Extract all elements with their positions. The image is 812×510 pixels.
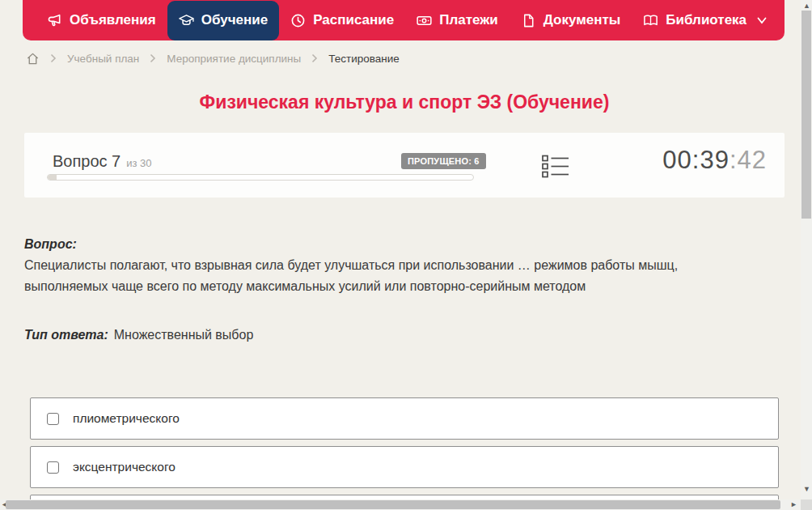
answer-type-label: Тип ответа: (24, 328, 108, 342)
answer-option[interactable]: эксцентрического (30, 446, 779, 488)
nav-item-schedule[interactable]: Расписание (279, 0, 405, 40)
nav-item-announcements[interactable]: Объявления (36, 0, 167, 40)
payment-icon (417, 13, 432, 28)
nav-label: Обучение (201, 12, 268, 28)
graduation-cap-icon (179, 13, 194, 28)
breadcrumb-item-testing: Тестирование (328, 53, 400, 65)
question-bar: Вопрос 7из 30 ПРОПУЩЕНО: 6 00:39:42 (24, 133, 785, 198)
answer-options: плиометрического эксцентрического (30, 397, 779, 510)
chevron-down-icon (757, 17, 767, 24)
document-icon (521, 13, 536, 28)
main-navbar: Объявления Обучение Расписание Платежи Д… (23, 0, 785, 40)
nav-label: Документы (543, 12, 621, 28)
checkbox[interactable] (47, 461, 59, 474)
nav-item-payments[interactable]: Платежи (405, 0, 510, 40)
timer: 00:39:42 (662, 146, 767, 175)
scroll-right-icon[interactable]: ► (790, 501, 797, 508)
skipped-badge: ПРОПУЩЕНО: 6 (401, 153, 486, 169)
home-icon[interactable] (26, 52, 40, 66)
answer-type-row: Тип ответа:Множественный выбор (24, 325, 253, 346)
horizontal-scrollbar[interactable]: ◄ ► (0, 499, 801, 510)
nav-label: Расписание (313, 12, 394, 28)
question-text: Специалисты полагают, что взрывная сила … (24, 255, 762, 297)
question-list-icon[interactable] (542, 155, 569, 178)
progress-bar (47, 174, 474, 181)
nav-item-learning[interactable]: Обучение (167, 1, 279, 40)
scroll-down-icon[interactable]: ▼ (803, 486, 810, 493)
megaphone-icon (47, 13, 62, 28)
chevron-right-icon (311, 53, 318, 63)
horizontal-scroll-thumb[interactable] (6, 500, 780, 509)
question-total: из 30 (126, 157, 151, 169)
timer-seconds: :42 (730, 146, 767, 174)
nav-label: Объявления (70, 12, 156, 28)
nav-item-library[interactable]: Библиотека (632, 0, 778, 40)
progress-fill (48, 175, 57, 180)
open-book-icon (643, 13, 658, 28)
breadcrumb-item-discipline-event[interactable]: Мероприятие дисциплины (167, 53, 301, 65)
vertical-scroll-thumb[interactable] (801, 11, 811, 219)
clock-icon (290, 13, 306, 28)
question-number: Вопрос 7из 30 (53, 152, 152, 171)
timer-minutes: 00:39 (662, 146, 730, 174)
chevron-right-icon (50, 53, 57, 63)
question-block: Вопрос: Специалисты полагают, что взрывн… (24, 234, 762, 297)
checkbox[interactable] (47, 413, 59, 425)
answer-option[interactable]: плиометрического (30, 397, 779, 440)
scroll-up-icon[interactable]: ▲ (803, 2, 810, 10)
nav-item-documents[interactable]: Документы (510, 0, 632, 40)
answer-type-value: Множественный выбор (114, 328, 254, 342)
breadcrumb: Учебный план Мероприятие дисциплины Тест… (26, 49, 400, 67)
nav-label: Платежи (439, 12, 498, 28)
option-label: эксцентрического (73, 460, 176, 474)
vertical-scrollbar[interactable]: ▲ ▼ (801, 0, 812, 499)
chevron-right-icon (150, 53, 156, 63)
nav-label: Библиотека (666, 12, 746, 28)
option-label: плиометрического (73, 411, 180, 426)
question-number-label: Вопрос 7 (53, 152, 121, 170)
breadcrumb-item-curriculum[interactable]: Учебный план (67, 53, 139, 65)
page-title: Физическая культура и спорт ЭЗ (Обучение… (0, 91, 809, 113)
scrollbar-corner (801, 499, 812, 510)
question-label: Вопрос: (24, 234, 762, 255)
